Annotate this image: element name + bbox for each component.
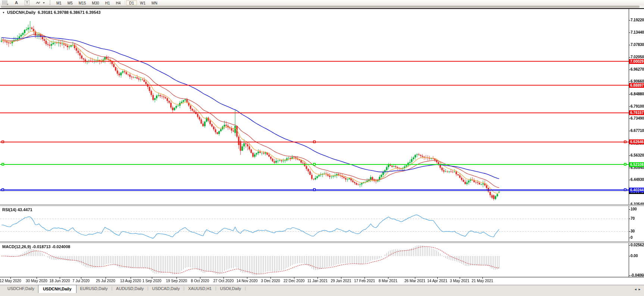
date-label: 11 Jan 2021 (307, 279, 328, 283)
chart-tab-usdcnh[interactable]: USDCNH,Daily (38, 285, 76, 293)
date-label: 29 Jan 2021 (331, 279, 351, 283)
level-handle[interactable] (624, 141, 626, 143)
symbol-period-label: USDCNH,Daily (7, 10, 35, 15)
collapse-triangle-icon[interactable]: ▼ (2, 11, 5, 14)
rsi-tick-label: 0 (631, 235, 633, 240)
price-tick-mark (629, 33, 630, 33)
level-price-tag-6.76157: 6.76157 (629, 110, 644, 115)
rsi-tick-label: 70 (631, 216, 635, 221)
level-line-7.00029[interactable] (0, 61, 629, 62)
mt4-window: { "toolbar": { "tool_icons": [ {"name": … (0, 0, 644, 296)
price-tick-mark (629, 118, 630, 119)
price-tick-mark (629, 107, 630, 107)
price-tick-mark (629, 131, 630, 131)
price-tick-label: 7.02050 (631, 55, 644, 59)
level-handle[interactable] (1, 163, 4, 166)
chart-tab-eurusd[interactable]: EURUSD,Daily (76, 285, 112, 292)
level-price-tag-6.52108: 6.52108 (629, 162, 644, 167)
price-tick-mark (629, 20, 630, 21)
price-tick-mark (629, 57, 630, 58)
chart-tab-bar: USDCHF,DailyUSDCNH,DailyEURUSD,Daily|AUD… (0, 285, 644, 296)
date-label: 7 Jul 2020 (72, 279, 90, 283)
chart-tab-usdcad[interactable]: USDCAD,Daily (149, 285, 184, 292)
rsi-tick-label: 100 (631, 207, 637, 211)
price-tick-mark (629, 155, 630, 156)
date-label: 13 Aug 2020 (120, 279, 141, 283)
price-tick-label: 6.56320 (631, 153, 644, 157)
tab-scroll-right-icon[interactable]: ► (638, 288, 642, 291)
tab-scroll-arrows[interactable]: ◄► (634, 288, 642, 291)
chart-tab-usoil[interactable]: USOil,Daily (216, 285, 245, 292)
level-line-6.76157[interactable] (0, 112, 629, 113)
price-tick-label: 7.19220 (631, 18, 644, 22)
level-handle[interactable] (624, 163, 626, 166)
level-price-tag-6.88897: 6.88897 (629, 83, 644, 88)
macd-tick-mark (629, 275, 630, 276)
level-price-tag-7.00029: 7.00029 (629, 59, 644, 64)
bid-line (0, 191, 629, 192)
chart-tab-xauusd[interactable]: XAUUSD,H1 (184, 285, 215, 292)
level-handle[interactable] (313, 188, 316, 191)
level-price-tag-6.40244: 6.40244 (629, 188, 644, 192)
price-tick-mark (629, 70, 630, 70)
macd-tick-label: -0.040687 (631, 273, 644, 277)
date-label: 17 Feb 2021 (354, 279, 375, 283)
level-handle[interactable] (313, 163, 316, 166)
level-handle[interactable] (624, 188, 626, 191)
chart-tabs: USDCHF,DailyUSDCNH,DailyEURUSD,Daily|AUD… (4, 285, 246, 293)
rsi-label: RSI(14) 43.4471 (2, 207, 32, 212)
macd-tick-label: 0.00 (631, 254, 638, 258)
rsi-tick-mark (629, 238, 630, 238)
price-tick-label: 7.13440 (631, 30, 644, 34)
price-tick-label: 6.96270 (631, 67, 644, 71)
macd-tick-mark (629, 245, 630, 246)
tab-scroll-left-icon[interactable]: ◄ (634, 288, 638, 291)
chart-title: ▼ USDCNH,Daily 6.39181 6.39788 6.38671 6… (2, 10, 101, 15)
date-label: 27 Oct 2020 (213, 279, 234, 283)
price-tick-label: 6.67710 (631, 129, 644, 133)
price-tick-label: 6.79100 (631, 104, 644, 108)
date-label: 22 Dec 2020 (284, 279, 305, 283)
macd-tick-mark (629, 256, 630, 256)
price-tick-label: 7.07830 (631, 43, 644, 47)
chart-tab-usdchf[interactable]: USDCHF,Daily (4, 285, 38, 292)
date-label: 19 Sep 2020 (166, 279, 187, 283)
date-label: 3 May 2021 (450, 279, 469, 283)
date-label: 12 May 2020 (0, 279, 21, 283)
time-axis-line (0, 277, 644, 277)
macd-label: MACD(12,26,9) -0.018713 -0.024008 (2, 244, 70, 249)
rsi-tick-label: 30 (631, 229, 635, 233)
level-handle[interactable] (1, 188, 4, 191)
price-tick-mark (629, 168, 630, 168)
rsi-tick-mark (629, 231, 630, 232)
date-label: 18 Jun 2020 (49, 279, 70, 283)
date-label: 30 May 2020 (26, 279, 47, 283)
date-label: 21 May 2021 (472, 279, 493, 283)
price-tick-mark (629, 180, 630, 180)
date-label: 1 Sep 2020 (142, 279, 161, 283)
macd-tick-label: 0.025623 (631, 243, 644, 247)
price-tick-label: 6.84880 (631, 92, 644, 96)
price-tick-mark (629, 45, 630, 45)
date-label: 3 Dec 2020 (261, 279, 280, 283)
panel-divider-rsi-macd[interactable] (0, 241, 644, 243)
date-label: 25 Jul 2020 (96, 279, 115, 283)
price-tick-mark (629, 81, 630, 82)
level-price-tag-6.62646: 6.62646 (629, 139, 644, 144)
date-label: 26 Mar 2021 (404, 279, 425, 283)
date-label: 8 Mar 2021 (379, 279, 398, 283)
date-label: 14 Apr 2021 (427, 279, 447, 283)
panel-divider-main-rsi[interactable] (0, 204, 644, 206)
date-label: 14 Nov 2020 (237, 279, 258, 283)
rsi-tick-mark (629, 219, 630, 219)
price-chart-canvas[interactable] (0, 0, 644, 296)
chart-tab-audusd[interactable]: AUDUSD,Daily (112, 285, 147, 292)
level-handle[interactable] (1, 141, 4, 143)
tab-separator: | (245, 285, 246, 290)
ohlc-values: 6.39181 6.39788 6.38671 6.39543 (38, 10, 100, 15)
level-line-6.88897[interactable] (0, 85, 629, 86)
level-handle[interactable] (313, 141, 316, 143)
price-tick-label: 6.73490 (631, 116, 644, 120)
date-label: 8 Oct 2020 (191, 279, 209, 283)
price-tick-label: 6.44930 (631, 178, 644, 182)
